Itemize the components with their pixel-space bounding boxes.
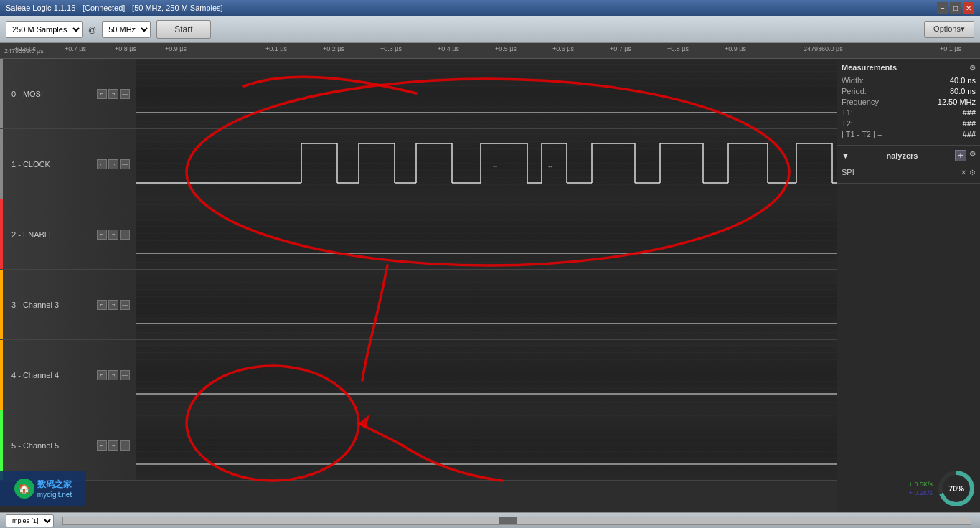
channel-label-mosi: 0 - MOSI ⌐ ¬ — (0, 59, 136, 128)
ctrl-btn-3-3[interactable]: — (120, 300, 130, 310)
channel-name-4: 4 - Channel 4 (11, 371, 93, 380)
channel-name-3: 3 - Channel 3 (11, 301, 93, 309)
at-label: @ (88, 25, 96, 34)
horizontal-scrollbar[interactable] (62, 517, 971, 525)
ctrl-btn-4-1[interactable]: ⌐ (97, 370, 107, 380)
ctrl-btn-mosi-2[interactable]: ¬ (108, 89, 118, 99)
measurements-section: Measurements ⚙ Width: 40.0 ns Period: 80… (837, 59, 980, 146)
waveform-5[interactable] (136, 410, 837, 480)
measurement-freq: Frequency: 12.50 MHz (842, 98, 976, 106)
ctrl-btn-5-2[interactable]: ¬ (108, 440, 118, 451)
analyzers-collapse-icon[interactable]: ▼ (842, 151, 849, 160)
ctrl-btn-4-2[interactable]: ¬ (108, 370, 118, 380)
bottom-samples-select[interactable]: mples [1] (6, 514, 54, 527)
minimize-button[interactable]: − (937, 2, 948, 14)
time-ruler: 2479359.0 µs +0.6 µs +0.7 µs +0.8 µs +0.… (0, 43, 980, 59)
channels-panel: 0 - MOSI ⌐ ¬ — (0, 59, 837, 512)
diff-value: ### (963, 130, 976, 138)
analyzer-spi: SPI ✕ ⚙ (842, 166, 976, 179)
analyzers-gear-icon[interactable]: ⚙ (969, 150, 976, 161)
ctrl-btn-clock-3[interactable]: — (120, 159, 130, 169)
samples-select[interactable]: 250 M Samples (6, 21, 83, 38)
channel-controls-mosi: ⌐ ¬ — (97, 89, 130, 99)
speed-meter: + 0.5K/s + 0.2K/s 70% (837, 465, 980, 512)
freq-label: Frequency: (842, 98, 881, 106)
watermark: 🏠 数码之家 mydigit.net (0, 471, 86, 506)
measurements-header: Measurements ⚙ (842, 63, 976, 72)
channel-name-mosi: 0 - MOSI (11, 90, 93, 98)
titlebar: Saleae Logic 1.1.15 - [Connected] - [50 … (0, 0, 980, 16)
channel-controls-4: ⌐ ¬ — (97, 370, 130, 380)
waveform-svg-mosi (136, 59, 837, 128)
channel-row-mosi: 0 - MOSI ⌐ ¬ — (0, 59, 837, 129)
waveform-svg-clock: ↔ ↔ (136, 129, 837, 199)
channel-controls-enable: ⌐ ¬ — (97, 230, 130, 240)
ctrl-btn-3-1[interactable]: ⌐ (97, 300, 107, 310)
width-label: Width: (842, 76, 864, 85)
ctrl-btn-5-3[interactable]: — (120, 440, 130, 451)
ruler-tick-8: +0.5 µs (495, 45, 517, 52)
channel-color-3 (0, 270, 3, 339)
options-button[interactable]: Options▾ (924, 21, 974, 38)
channel-row-5: 5 - Channel 5 ⌐ ¬ — (0, 410, 837, 481)
channel-name-clock: 1 - CLOCK (11, 160, 93, 169)
waveform-clock[interactable]: ↔ ↔ (136, 129, 837, 199)
channel-name-5: 5 - Channel 5 (11, 441, 93, 450)
ctrl-btn-enable-2[interactable]: ¬ (108, 230, 118, 240)
analyzers-section: ▼ nalyzers + ⚙ SPI ✕ ⚙ (837, 146, 980, 184)
maximize-button[interactable]: □ (950, 2, 961, 14)
ruler-tick-12: +0.9 µs (725, 45, 746, 52)
t2-label: T2: (842, 119, 853, 128)
measurements-gear-icon[interactable]: ⚙ (969, 64, 976, 72)
freq-value: 12.50 MHz (938, 98, 976, 106)
period-value: 80.0 ns (950, 87, 976, 95)
ctrl-btn-3-2[interactable]: ¬ (108, 300, 118, 310)
t1-value: ### (963, 108, 976, 117)
freq-select[interactable]: 50 MHz (102, 21, 151, 38)
analyzers-header: ▼ nalyzers + ⚙ (842, 150, 976, 161)
ruler-tick-7: +0.4 µs (438, 45, 459, 52)
channel-label-clock: 1 - CLOCK ⌐ ¬ — (0, 129, 136, 199)
channel-controls-clock: ⌐ ¬ — (97, 159, 130, 169)
analyzer-spi-gear[interactable]: ⚙ (969, 169, 976, 176)
ctrl-btn-mosi-3[interactable]: — (120, 89, 130, 99)
ctrl-btn-enable-1[interactable]: ⌐ (97, 230, 107, 240)
channel-row-4: 4 - Channel 4 ⌐ ¬ — (0, 340, 837, 410)
ctrl-btn-clock-1[interactable]: ⌐ (97, 159, 107, 169)
waveform-4[interactable] (136, 340, 837, 410)
diff-label: | T1 - T2 | = (842, 130, 882, 138)
ruler-tick-11: +0.8 µs (667, 45, 689, 52)
bottom-bar: mples [1] (0, 512, 980, 528)
ctrl-btn-mosi-1[interactable]: ⌐ (97, 89, 107, 99)
close-button[interactable]: ✕ (963, 2, 974, 14)
main-area: 0 - MOSI ⌐ ¬ — (0, 59, 980, 512)
ctrl-btn-4-3[interactable]: — (120, 370, 130, 380)
waveform-mosi[interactable] (136, 59, 837, 128)
start-button[interactable]: Start (156, 20, 210, 39)
channel-name-enable: 2 - ENABLE (11, 230, 93, 239)
waveform-enable[interactable] (136, 199, 837, 269)
measurement-t2: T2: ### (842, 119, 976, 128)
t2-value: ### (963, 119, 976, 128)
ruler-tick-3: +0.9 µs (165, 45, 187, 52)
ctrl-btn-enable-3[interactable]: — (120, 230, 130, 240)
ruler-tick-last: +0.1 µs (940, 45, 961, 52)
speed-label-2: + 0.2K/s (909, 489, 933, 496)
titlebar-controls: − □ ✕ (937, 2, 974, 14)
watermark-line2: mydigit.net (37, 491, 72, 499)
ruler-tick-9: +0.6 µs (552, 45, 574, 52)
ruler-tick-0: +0.6 µs (14, 45, 36, 52)
gauge-value: 70% (943, 475, 970, 502)
analyzer-spi-name: SPI (842, 168, 854, 176)
add-analyzer-button[interactable]: + (955, 150, 966, 161)
ctrl-btn-clock-2[interactable]: ¬ (108, 159, 118, 169)
ruler-tick-1: +0.7 µs (65, 45, 86, 52)
channel-label-3: 3 - Channel 3 ⌐ ¬ — (0, 270, 136, 339)
analyzer-spi-delete[interactable]: ✕ (961, 169, 966, 176)
ctrl-btn-5-1[interactable]: ⌐ (97, 440, 107, 451)
channel-color-clock (0, 129, 3, 199)
channel-color-5 (0, 410, 3, 480)
scrollbar-thumb[interactable] (499, 517, 517, 524)
measurement-diff: | T1 - T2 | = ### (842, 130, 976, 138)
waveform-3[interactable] (136, 270, 837, 339)
